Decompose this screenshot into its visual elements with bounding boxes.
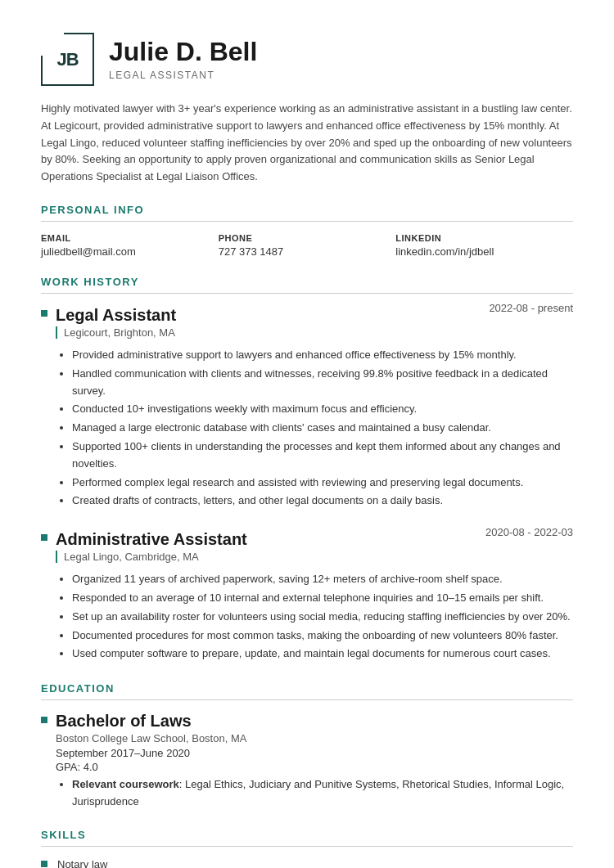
edu-gpa: GPA: 4.0 bbox=[56, 761, 573, 773]
edu-coursework: Relevant coursework: Legal Ethics, Judic… bbox=[56, 776, 573, 811]
avatar-initials: JB bbox=[56, 49, 78, 70]
edu-school: Boston College Law School, Boston, MA bbox=[56, 732, 573, 744]
list-item: Organized 11 years of archived paperwork… bbox=[72, 571, 573, 588]
job-bullets: Organized 11 years of archived paperwork… bbox=[56, 571, 573, 663]
work-history-section: WORK HISTORY 2022-08 - present Legal Ass… bbox=[41, 276, 573, 664]
education-section: EDUCATION Bachelor of Laws Boston Colleg… bbox=[41, 682, 573, 811]
list-item: Handled communication with clients and w… bbox=[72, 366, 573, 400]
personal-info-value: linkedin.com/in/jdbell bbox=[395, 245, 573, 258]
edu-item: Bachelor of Laws Boston College Law Scho… bbox=[41, 712, 573, 811]
personal-info-label: PHONE bbox=[219, 233, 396, 243]
skills-container: Notary law Trial law Negotiation Researc… bbox=[41, 858, 573, 868]
personal-info-item: PHONE 727 373 1487 bbox=[219, 233, 396, 258]
skills-title: SKILLS bbox=[41, 829, 573, 847]
candidate-title: LEGAL ASSISTANT bbox=[109, 70, 257, 81]
job-company: Legal Lingo, Cambridge, MA bbox=[56, 551, 573, 563]
personal-info-item: LINKEDIN linkedin.com/in/jdbell bbox=[395, 233, 573, 258]
skill-bullet-icon bbox=[41, 861, 47, 867]
job-company: Legicourt, Brighton, MA bbox=[56, 326, 573, 339]
personal-info-label: EMAIL bbox=[41, 233, 219, 243]
personal-info-item: EMAIL juliedbell@mail.com bbox=[41, 233, 219, 258]
edu-degree: Bachelor of Laws bbox=[56, 712, 573, 731]
list-item: Documented procedures for most common ta… bbox=[72, 627, 573, 645]
skill-item: Notary law bbox=[41, 858, 573, 868]
list-item: Supported 100+ clients in understanding … bbox=[72, 438, 573, 473]
personal-info-grid: EMAIL juliedbell@mail.comPHONE 727 373 1… bbox=[41, 233, 573, 258]
edu-dates: September 2017–June 2020 bbox=[56, 747, 573, 759]
job-bullets: Provided administrative support to lawye… bbox=[56, 347, 573, 510]
list-item: Used computer software to prepare, updat… bbox=[72, 645, 573, 663]
personal-info-value: juliedbell@mail.com bbox=[41, 245, 219, 258]
personal-info-title: PERSONAL INFO bbox=[41, 204, 573, 222]
work-history-title: WORK HISTORY bbox=[41, 276, 573, 294]
candidate-name: Julie D. Bell bbox=[109, 38, 257, 66]
list-item: Set up an availability roster for volunt… bbox=[72, 609, 573, 626]
avatar: JB bbox=[41, 33, 94, 86]
edu-container: Bachelor of Laws Boston College Law Scho… bbox=[41, 712, 573, 811]
jobs-container: 2022-08 - present Legal Assistant Legico… bbox=[41, 305, 573, 664]
header-text: Julie D. Bell LEGAL ASSISTANT bbox=[109, 38, 257, 81]
job-dates: 2020-08 - 2022-03 bbox=[485, 526, 573, 538]
personal-info-value: 727 373 1487 bbox=[219, 245, 396, 258]
job-dates: 2022-08 - present bbox=[489, 302, 573, 314]
list-item: Created drafts of contracts, letters, an… bbox=[72, 492, 573, 510]
resume-header: JB Julie D. Bell LEGAL ASSISTANT bbox=[41, 33, 573, 86]
list-item: Responded to an average of 10 internal a… bbox=[72, 590, 573, 607]
list-item: Conducted 10+ investigations weekly with… bbox=[72, 401, 573, 418]
summary-text: Highly motivated lawyer with 3+ year's e… bbox=[41, 101, 573, 186]
list-item: Performed complex legal research and ass… bbox=[72, 474, 573, 492]
list-item: Provided administrative support to lawye… bbox=[72, 347, 573, 364]
job-item: 2020-08 - 2022-03 Administrative Assista… bbox=[41, 529, 573, 664]
skill-label: Notary law bbox=[57, 858, 107, 868]
skills-section: SKILLS Notary law Trial law Negotiation … bbox=[41, 829, 573, 868]
personal-info-label: LINKEDIN bbox=[395, 233, 573, 243]
personal-info-section: PERSONAL INFO EMAIL juliedbell@mail.comP… bbox=[41, 204, 573, 258]
job-item: 2022-08 - present Legal Assistant Legico… bbox=[41, 305, 573, 511]
education-title: EDUCATION bbox=[41, 682, 573, 700]
list-item: Managed a large electronic database with… bbox=[72, 420, 573, 437]
